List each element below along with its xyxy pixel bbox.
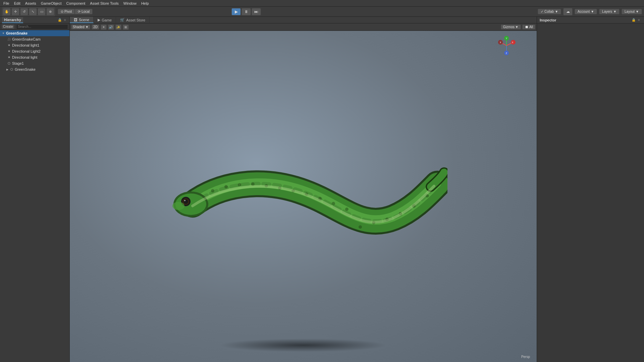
light-icon: ☀ — [7, 50, 11, 53]
scene-toolbar: Shaded ▼ 2D ☀ 🔊 ✨ ⊞ Gizmos ▼ 🔲 All — [70, 23, 537, 31]
hierarchy-header-right: 🔒 ≡ — [57, 18, 67, 22]
view-tabs: 🖼 Scene ▶ Game 🛒 Asset Store — [70, 17, 537, 23]
collab-check-icon: ✓ — [541, 10, 543, 13]
layers-button[interactable]: Layers ▼ — [599, 9, 620, 14]
tool-scale[interactable]: ⤡ — [29, 8, 37, 15]
layout-label: Layout — [625, 10, 635, 13]
account-button[interactable]: Account ▼ — [575, 9, 597, 14]
menu-gameobject[interactable]: GameObject — [39, 1, 64, 6]
assetstore-tab-label: Asset Store — [126, 18, 145, 22]
tool-rotate[interactable]: ↺ — [20, 8, 28, 15]
layout-button[interactable]: Layout ▼ — [622, 9, 642, 14]
inspector-header: Inspector 🔒 ≡ — [537, 17, 644, 23]
right-toolbar: ✓ Collab ▼ ☁ Account ▼ Layers ▼ Layout ▼ — [538, 8, 642, 15]
local-button[interactable]: ⟳ Local — [75, 9, 93, 14]
effects-icon[interactable]: ✨ — [115, 24, 121, 30]
cloud-button[interactable]: ☁ — [563, 8, 573, 15]
svg-text:Y: Y — [506, 37, 507, 40]
play-controls: ▶ ⏸ ⏭ — [231, 8, 261, 15]
hierarchy-item-label: GreenSnake — [14, 67, 36, 71]
play-button[interactable]: ▶ — [231, 8, 241, 15]
scene-tab[interactable]: 🖼 Scene — [70, 17, 94, 23]
tool-move[interactable]: ✛ — [11, 8, 19, 15]
svg-point-5 — [172, 202, 184, 210]
local-icon: ⟳ — [78, 10, 80, 13]
svg-point-17 — [359, 225, 362, 229]
hierarchy-toolbar: Create — [0, 23, 69, 30]
svg-point-3 — [183, 199, 188, 204]
inspector-menu-icon[interactable]: ≡ — [637, 18, 641, 22]
pause-button[interactable]: ⏸ — [241, 8, 251, 15]
hierarchy-item-label: GreenSnake — [5, 31, 28, 35]
tool-custom[interactable]: ⊕ — [46, 8, 54, 15]
tool-hand[interactable]: ✋ — [3, 8, 11, 15]
svg-point-6 — [211, 189, 214, 192]
lighting-icon[interactable]: ☀ — [101, 24, 107, 30]
hierarchy-item-label: Directional Light2 — [11, 49, 41, 53]
hierarchy-search-input[interactable] — [16, 24, 68, 29]
shading-dropdown[interactable]: Shaded ▼ — [71, 24, 90, 29]
all-button[interactable]: 🔲 All — [522, 24, 535, 29]
hierarchy-item-label: Stage1 — [11, 61, 24, 65]
svg-point-16 — [345, 207, 348, 211]
hierarchy-tab[interactable]: Hierarchy — [2, 17, 23, 23]
hierarchy-item-dirlight1[interactable]: ☀ Directional light1 — [0, 42, 69, 48]
tree-arrow-icon: ▼ — [1, 32, 5, 35]
svg-point-4 — [184, 200, 185, 201]
tool-rect[interactable]: ▭ — [38, 8, 46, 15]
menu-window[interactable]: Window — [121, 1, 139, 6]
scene-tab-label: Scene — [79, 18, 89, 22]
layout-arrow-icon: ▼ — [636, 10, 639, 13]
account-label: Account — [578, 10, 590, 13]
mesh-icon: ⬡ — [7, 62, 11, 65]
menu-assets[interactable]: Assets — [23, 1, 38, 6]
layers-label: Layers — [602, 10, 612, 13]
gizmos-button[interactable]: Gizmos ▼ — [501, 24, 521, 29]
menu-component[interactable]: Component — [64, 1, 87, 6]
camera-icon: 🎥 — [7, 38, 11, 41]
svg-text:Z: Z — [506, 52, 507, 54]
hierarchy-item-greensnake-root[interactable]: ▼ GreenSnake — [0, 30, 69, 36]
game-tab[interactable]: ▶ Game — [94, 17, 116, 23]
layers-arrow-icon: ▼ — [613, 10, 616, 13]
hierarchy-item-greensnake-child[interactable]: ▶ ⬡ GreenSnake — [0, 66, 69, 72]
assetstore-tab[interactable]: 🛒 Asset Store — [116, 17, 150, 23]
audio-icon[interactable]: 🔊 — [108, 24, 114, 30]
hierarchy-item-dirlight2[interactable]: ☀ Directional Light2 — [0, 48, 69, 54]
hierarchy-lock-icon[interactable]: 🔒 — [57, 18, 62, 22]
pivot-local-group: ⊙ Pivot ⟳ Local — [58, 9, 93, 14]
toolbar: ✋ ✛ ↺ ⤡ ▭ ⊕ ⊙ Pivot ⟳ Local ▶ ⏸ ⏭ ✓ Coll… — [0, 7, 644, 17]
pivot-button[interactable]: ⊙ Pivot — [58, 9, 75, 14]
view-2d-button[interactable]: 2D — [92, 24, 99, 29]
hierarchy-header: Hierarchy 🔒 ≡ — [0, 17, 69, 23]
menu-edit[interactable]: Edit — [12, 1, 22, 6]
svg-point-8 — [238, 183, 241, 186]
collab-button[interactable]: ✓ Collab ▼ — [538, 9, 561, 14]
hierarchy-tree: ▼ GreenSnake 🎥 GreenSnakeCam ☀ Direction… — [0, 30, 69, 362]
hierarchy-create-button[interactable]: Create — [1, 24, 15, 29]
hierarchy-item-greensnakecam[interactable]: 🎥 GreenSnakeCam — [0, 36, 69, 42]
hierarchy-close-icon[interactable]: ≡ — [63, 18, 67, 22]
game-tab-label: Game — [102, 18, 112, 22]
svg-point-15 — [332, 202, 335, 205]
scene-icon: 🖼 — [74, 18, 77, 22]
pivot-icon: ⊙ — [61, 10, 63, 13]
menu-file[interactable]: File — [1, 1, 11, 6]
local-label: Local — [82, 10, 90, 13]
menu-help[interactable]: Help — [139, 1, 151, 6]
gizmos-label: Gizmos — [503, 25, 515, 29]
inspector-content — [537, 23, 644, 362]
inspector-lock-icon[interactable]: 🔒 — [631, 18, 636, 22]
hierarchy-item-stage1[interactable]: ⬡ Stage1 — [0, 60, 69, 66]
svg-text:X: X — [500, 41, 501, 44]
step-button[interactable]: ⏭ — [252, 8, 261, 15]
hierarchy-item-dirlight3[interactable]: ☀ Directional light — [0, 54, 69, 60]
menu-assetstoretools[interactable]: Asset Store Tools — [88, 1, 120, 6]
left-panel: Hierarchy 🔒 ≡ Create ▼ GreenSnake 🎥 Gree… — [0, 17, 70, 362]
svg-text:X: X — [512, 41, 514, 44]
hierarchy-item-label: Directional light — [11, 55, 37, 59]
hiddenwireframe-icon[interactable]: ⊞ — [123, 24, 129, 30]
right-panel: Inspector 🔒 ≡ — [537, 17, 644, 362]
main-area: Hierarchy 🔒 ≡ Create ▼ GreenSnake 🎥 Gree… — [0, 17, 644, 362]
pivot-label: Pivot — [64, 10, 72, 13]
